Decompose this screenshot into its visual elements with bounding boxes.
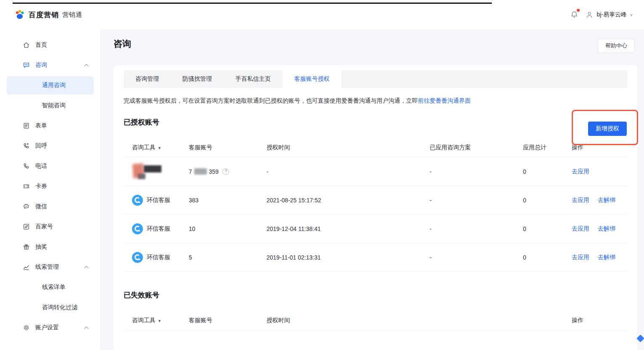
huanxin-icon: [132, 195, 143, 206]
col-auth-time: 授权时间: [267, 317, 572, 324]
expired-table: 咨询工具▼ 客服账号 授权时间 操作: [124, 311, 627, 330]
account-suffix: 359: [209, 168, 219, 175]
aifanfan-link[interactable]: 前往爱番番沟通界面: [418, 97, 471, 104]
apply-link[interactable]: 去应用: [572, 225, 589, 232]
table-row: 环信客服 10 2019-12-04 11:38:41 - 0 去应用 去解绑: [124, 215, 627, 243]
content-card: 咨询管理 防骚扰管理 手百私信主页 客服账号授权 完成客服账号授权后，可在设置咨…: [113, 65, 637, 350]
sidebar-item-label: 智能咨询: [42, 102, 66, 109]
col-account: 客服账号: [189, 317, 267, 324]
sidebar-item-label: 首页: [35, 41, 47, 49]
cell-applied-plan: -: [430, 225, 523, 232]
col-auth-time: 授权时间: [267, 144, 430, 151]
sidebar-item-label: 抽奖: [35, 243, 47, 251]
help-question-icon[interactable]: ?: [222, 168, 229, 175]
chevron-up-icon: [84, 64, 89, 67]
page-title: 咨询: [113, 38, 131, 50]
notification-bell-icon[interactable]: [570, 11, 578, 19]
sidebar-item-label: 微信: [35, 203, 47, 210]
tab-consult-management[interactable]: 咨询管理: [124, 70, 171, 88]
sidebar-item-consult-filter[interactable]: 咨询转化过滤: [0, 297, 100, 318]
sidebar-item-phone[interactable]: 电话: [0, 156, 100, 176]
sidebar-item-coupon[interactable]: 卡券: [0, 176, 100, 196]
col-tool: 咨询工具: [132, 144, 156, 151]
notice-body: 完成客服账号授权后，可在设置咨询方案时选取联通到已授权的账号，也可直接使用爱番番…: [124, 97, 418, 104]
gear-icon: [23, 324, 30, 331]
baidu-paw-icon: [14, 9, 25, 20]
baijiahao-icon: [23, 223, 30, 231]
sidebar-item-consult[interactable]: 咨询: [0, 55, 100, 75]
brand-logo[interactable]: 百度营销 营销通: [14, 9, 82, 20]
user-name: bj-易掌云峰: [596, 11, 627, 19]
annotation-top-line: [13, 3, 492, 4]
filter-icon[interactable]: ▼: [158, 146, 161, 150]
redacted-logo: [132, 162, 162, 181]
sidebar-item-callback[interactable]: 回呼: [0, 136, 100, 156]
cell-total: 0: [523, 254, 572, 261]
unbind-link[interactable]: 去解绑: [598, 196, 615, 203]
tab-anti-harassment[interactable]: 防骚扰管理: [171, 70, 224, 88]
huanxin-icon: [132, 223, 143, 234]
notification-dot: [577, 9, 580, 12]
sidebar-item-label: 线索管理: [35, 263, 59, 271]
sidebar: 首页 咨询 通用咨询 智能咨询 表单 回呼 电话 卡: [0, 29, 101, 350]
expired-heading: 已失效账号: [124, 290, 627, 300]
account-prefix: 7: [189, 168, 192, 175]
authorized-heading: 已授权账号: [124, 117, 627, 127]
col-account: 客服账号: [189, 144, 267, 151]
sidebar-item-leads-detail[interactable]: 线索详单: [0, 277, 100, 297]
filter-icon[interactable]: ▼: [158, 319, 161, 323]
cell-auth-time: 2019-11-01 02:13:31: [267, 254, 430, 261]
apply-link[interactable]: 去应用: [572, 196, 589, 203]
unbind-link[interactable]: 去解绑: [598, 225, 615, 232]
tab-service-account-auth[interactable]: 客服账号授权: [282, 70, 341, 88]
tool-name: 环信客服: [147, 225, 170, 233]
tool-name: 环信客服: [147, 254, 170, 261]
table-row: 环信客服 5 2019-11-01 02:13:31 - 0 去应用 去解绑: [124, 243, 627, 272]
col-applied-plan: 已应用咨询方案: [430, 144, 523, 151]
col-actions: 操作: [572, 144, 627, 151]
sidebar-item-label: 百家号: [35, 223, 53, 231]
tool-name: 环信客服: [147, 196, 170, 204]
notice-text: 完成客服账号授权后，可在设置咨询方案时选取联通到已授权的账号，也可直接使用爱番番…: [124, 97, 627, 105]
cell-account: 10: [189, 225, 267, 232]
top-bar: 百度营销 营销通 bj-易掌云峰 ∨: [0, 0, 644, 29]
main-content: 咨询 帮助中心 咨询管理 防骚扰管理 手百私信主页 客服账号授权 完成客服账号授…: [101, 29, 644, 350]
huanxin-icon: [132, 252, 143, 263]
sidebar-item-lottery[interactable]: 抽奖: [0, 237, 100, 257]
chevron-up-icon: [84, 266, 89, 269]
chevron-down-icon: ∨: [630, 13, 633, 17]
gift-icon: [23, 244, 30, 251]
apply-link[interactable]: 去应用: [572, 254, 589, 260]
sidebar-item-baijiahao[interactable]: 百家号: [0, 217, 100, 237]
cell-auth-time: 2021-08-25 15:17:52: [267, 197, 430, 204]
apply-link[interactable]: 去应用: [572, 168, 589, 175]
col-total: 应用总计: [523, 144, 572, 151]
cell-total: 0: [523, 225, 572, 232]
cell-account: 5: [189, 254, 267, 261]
sidebar-item-account-settings[interactable]: 账户设置: [0, 318, 100, 338]
user-menu[interactable]: bj-易掌云峰 ∨: [585, 11, 633, 19]
unbind-link[interactable]: 去解绑: [598, 254, 615, 260]
table-header-row: 咨询工具▼ 客服账号 授权时间 已应用咨询方案 应用总计 操作: [124, 138, 627, 157]
sidebar-item-label: 卡券: [35, 183, 47, 190]
form-icon: [23, 122, 30, 130]
sidebar-item-smart-consult[interactable]: 智能咨询: [0, 95, 100, 116]
sidebar-item-home[interactable]: 首页: [0, 35, 100, 55]
cell-total: 0: [523, 168, 572, 175]
home-icon: [23, 42, 30, 49]
user-avatar-icon: [585, 11, 594, 19]
add-authorization-button[interactable]: 新增授权: [588, 122, 627, 136]
sidebar-item-form[interactable]: 表单: [0, 116, 100, 136]
tab-shoubai-private-message[interactable]: 手百私信主页: [224, 70, 282, 88]
cell-auth-time: -: [267, 168, 430, 175]
sidebar-item-general-consult[interactable]: 通用咨询: [7, 76, 94, 95]
sidebar-item-wechat[interactable]: 微信: [0, 196, 100, 217]
help-center-button[interactable]: 帮助中心: [598, 39, 635, 53]
brand-primary: 百度营销: [29, 10, 59, 20]
authorized-table: 咨询工具▼ 客服账号 授权时间 已应用咨询方案 应用总计 操作 7 359: [124, 138, 627, 272]
phone-icon: [23, 163, 30, 170]
sidebar-item-leads[interactable]: 线索管理: [0, 257, 100, 277]
coupon-icon: [23, 183, 30, 190]
cell-applied-plan: -: [430, 254, 523, 261]
sidebar-item-label: 回呼: [35, 142, 47, 150]
